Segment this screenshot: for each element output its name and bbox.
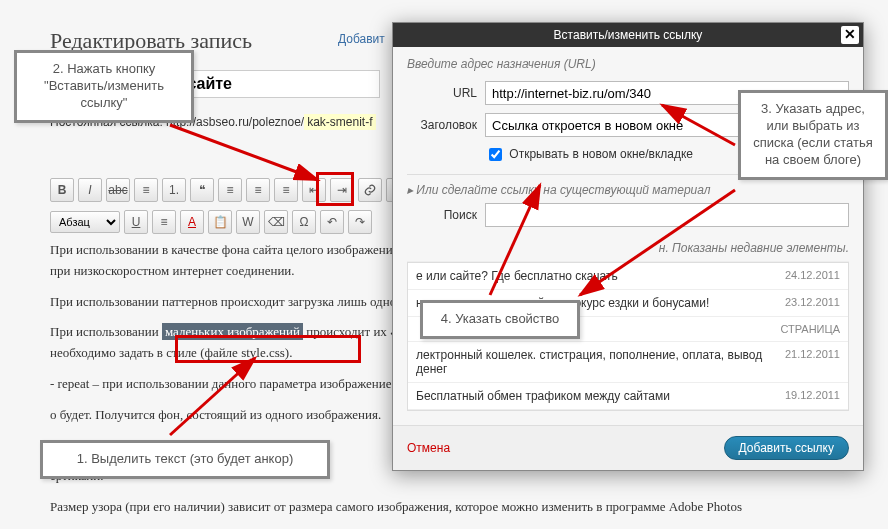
recent-hint: н. Показаны недавние элементы. [407,235,849,262]
align-right-button[interactable]: ≡ [274,178,298,202]
new-window-label: Открывать в новом окне/вкладке [509,147,693,161]
italic-button[interactable]: I [78,178,102,202]
cancel-button[interactable]: Отмена [407,441,450,455]
underline-button[interactable]: U [124,210,148,234]
align-center-button[interactable]: ≡ [246,178,270,202]
list-item-title: Бесплатный обмен трафиком между сайтами [416,389,785,403]
format-select[interactable]: Абзац [50,211,120,233]
callout-3: 3. Указать адрес, или выбрать из списка … [738,90,888,180]
bold-button[interactable]: B [50,178,74,202]
link-button[interactable] [358,178,382,202]
undo-button[interactable]: ↶ [320,210,344,234]
charmap-button[interactable]: Ω [292,210,316,234]
search-label: Поиск [407,208,477,222]
link-icon [363,183,377,197]
list-item-title: лектронный кошелек. стистрация, пополнен… [416,348,785,376]
list-item[interactable]: лектронный кошелек. стистрация, пополнен… [408,342,848,383]
callout-4: 4. Указать свойство [420,300,580,339]
indent-button[interactable]: ⇥ [330,178,354,202]
add-link-button[interactable]: Добавить ссылку [724,436,849,460]
new-window-checkbox[interactable] [489,148,502,161]
search-input[interactable] [485,203,849,227]
strike-button[interactable]: abc [106,178,130,202]
list-item-title: е или сайте? Где бесплатно скачать [416,269,785,283]
textcolor-button[interactable]: A [180,210,204,234]
clear-format-button[interactable]: ⌫ [264,210,288,234]
callout-1: 1. Выделить текст (это будет анкор) [40,440,330,479]
list-item-date: 21.12.2011 [785,348,840,376]
callout-2: 2. Нажать кнопку "Вставить/изменить ссыл… [14,50,194,123]
dialog-title: Вставить/изменить ссылку ✕ [393,23,863,47]
justify-button[interactable]: ≡ [152,210,176,234]
permalink-slug[interactable]: kak-smenit-f [304,114,375,130]
quote-button[interactable]: ❝ [190,178,214,202]
list-item-date: 19.12.2011 [785,389,840,403]
list-item[interactable]: Бесплатный обмен трафиком между сайтами1… [408,383,848,410]
url-label: URL [407,86,477,100]
dialog-intro: Введите адрес назначения (URL) [407,57,849,71]
redo-button[interactable]: ↷ [348,210,372,234]
list-item-date: 23.12.2011 [785,296,840,310]
list-item[interactable]: е или сайте? Где бесплатно скачать24.12.… [408,263,848,290]
align-left-button[interactable]: ≡ [218,178,242,202]
list-item-date: 24.12.2011 [785,269,840,283]
toolbar-row-2: Абзац U ≡ A 📋 W ⌫ Ω ↶ ↷ [50,207,372,237]
title-label: Заголовок [407,118,477,132]
toolbar-row-1: B I abc ≡ 1. ❝ ≡ ≡ ≡ ⇤ ⇥ ✂ [50,175,410,205]
ul-button[interactable]: ≡ [134,178,158,202]
ol-button[interactable]: 1. [162,178,186,202]
list-item-date: СТРАНИЦА [780,323,840,335]
paste-text-button[interactable]: 📋 [208,210,232,234]
paragraph: Размер узора (при его наличии) зависит о… [50,497,850,518]
close-icon[interactable]: ✕ [841,26,859,44]
add-new-link[interactable]: Добавит [338,32,385,46]
outdent-button[interactable]: ⇤ [302,178,326,202]
selected-text: маленьких изображений [162,323,303,340]
paste-word-button[interactable]: W [236,210,260,234]
